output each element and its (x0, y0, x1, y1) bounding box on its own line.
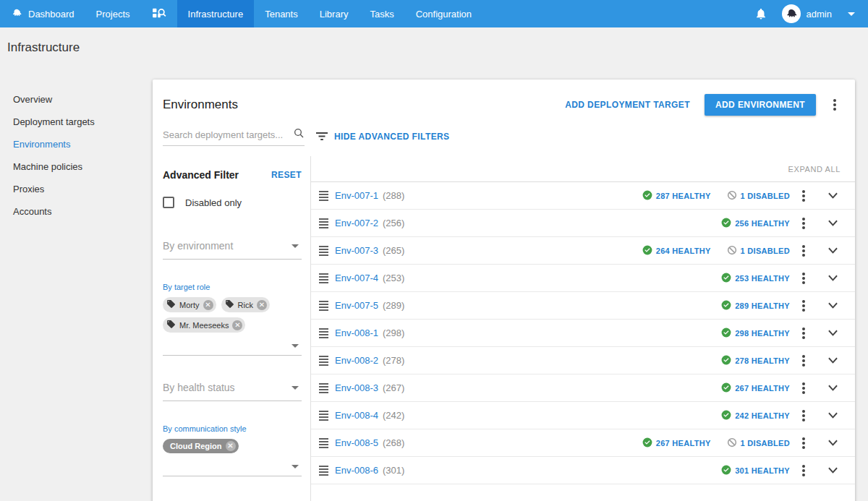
status-badges: 278 HEALTHY (721, 355, 790, 367)
environment-name-link[interactable]: Env-008-4 (335, 410, 378, 421)
add-deployment-target-button[interactable]: ADD DEPLOYMENT TARGET (565, 100, 690, 110)
environment-name-link[interactable]: Env-008-5 (335, 437, 378, 448)
environment-name-link[interactable]: Env-008-2 (335, 355, 378, 366)
chevron-down-icon (292, 465, 299, 468)
row-expand-chevron-icon[interactable] (817, 385, 848, 391)
status-badges: 253 HEALTHY (721, 273, 790, 284)
filter-select-by-health-status[interactable]: By health status (163, 379, 302, 401)
nav-item-library[interactable]: Library (309, 0, 359, 27)
chip-remove-icon[interactable]: ✕ (232, 320, 242, 330)
sidebar-item-overview[interactable]: Overview (0, 88, 153, 111)
row-overflow-menu-icon[interactable] (790, 187, 817, 205)
chip-remove-icon[interactable]: ✕ (203, 300, 213, 310)
healthy-status-badge: 264 HEALTHY (642, 245, 711, 257)
sidebar-item-accounts[interactable]: Accounts (0, 200, 153, 223)
row-expand-chevron-icon[interactable] (817, 275, 848, 281)
row-overflow-menu-icon[interactable] (790, 462, 817, 479)
row-overflow-menu-icon[interactable] (790, 215, 817, 232)
table-row: Env-007-1(288)287 HEALTHY1 DISABLED (311, 182, 855, 210)
row-expand-chevron-icon[interactable] (817, 467, 848, 474)
disabled-only-checkbox-row[interactable]: Disabled only (163, 197, 302, 208)
row-overflow-menu-icon[interactable] (790, 297, 817, 314)
environment-name-link[interactable]: Env-008-1 (335, 327, 378, 338)
tag-icon (225, 299, 234, 310)
filter-chip-rick[interactable]: Rick✕ (221, 297, 270, 312)
healthy-status-badge: 267 HEALTHY (721, 382, 790, 394)
kebab-icon (799, 462, 808, 479)
row-expand-chevron-icon[interactable] (817, 220, 848, 226)
nav-item-infrastructure[interactable]: Infrastructure (177, 0, 255, 27)
row-expand-chevron-icon[interactable] (817, 192, 848, 199)
filter-select-by-environment[interactable]: By environment (163, 237, 302, 260)
add-environment-button[interactable]: ADD ENVIRONMENT (705, 94, 816, 116)
row-overflow-menu-icon[interactable] (790, 380, 817, 397)
notifications-bell-icon[interactable] (754, 7, 767, 20)
sidebar-item-deployment-targets[interactable]: Deployment targets (0, 111, 153, 133)
healthy-status-label: 253 HEALTHY (735, 274, 790, 283)
environment-list-icon (319, 411, 328, 421)
disabled-only-checkbox[interactable] (163, 197, 174, 208)
sidebar-item-environments[interactable]: Environments (0, 133, 153, 155)
filter-chip-mr-meeseeks[interactable]: Mr. Meeseeks✕ (163, 317, 245, 333)
filter-chip-morty[interactable]: Morty✕ (163, 297, 216, 312)
search-input[interactable] (163, 129, 293, 140)
chevron-down-icon (292, 344, 299, 348)
chip-label: Rick (238, 301, 253, 309)
row-expand-chevron-icon[interactable] (817, 247, 848, 254)
disabled-status-label: 1 DISABLED (741, 439, 790, 448)
chip-remove-icon[interactable]: ✕ (257, 300, 267, 310)
row-overflow-menu-icon[interactable] (790, 352, 817, 369)
search-icon (293, 127, 305, 142)
table-header: EXPAND ALL (311, 156, 855, 182)
environments-card: Environments ADD DEPLOYMENT TARGET ADD E… (153, 80, 855, 501)
filter-chip-cloud-region[interactable]: Cloud Region✕ (163, 439, 239, 453)
environment-name-link[interactable]: Env-007-2 (335, 218, 378, 228)
nav-item-tasks[interactable]: Tasks (359, 0, 404, 27)
row-overflow-menu-icon[interactable] (790, 242, 817, 260)
row-expand-chevron-icon[interactable] (817, 357, 848, 364)
user-menu[interactable]: admin (782, 4, 855, 23)
expand-all-button[interactable]: EXPAND ALL (788, 165, 841, 174)
environment-name-link[interactable]: Env-007-3 (335, 245, 378, 256)
machine-count: (242) (383, 410, 404, 421)
chip-remove-icon[interactable]: ✕ (226, 441, 236, 451)
row-overflow-menu-icon[interactable] (790, 270, 817, 287)
table-row: Env-008-3(267)267 HEALTHY (311, 374, 855, 402)
nav-search[interactable] (141, 0, 177, 27)
environment-name-link[interactable]: Env-007-5 (335, 300, 378, 311)
kebab-icon (799, 434, 808, 452)
environment-name-link[interactable]: Env-007-1 (335, 190, 378, 201)
environment-name-link[interactable]: Env-008-6 (335, 465, 378, 476)
row-expand-chevron-icon[interactable] (817, 330, 848, 336)
row-overflow-menu-icon[interactable] (790, 407, 817, 424)
nav-item-configuration[interactable]: Configuration (405, 0, 482, 27)
healthy-status-badge: 267 HEALTHY (642, 437, 711, 449)
chips-select-caret-row[interactable] (163, 453, 302, 468)
reset-filters-button[interactable]: RESET (271, 170, 302, 180)
nav-item-projects[interactable]: Projects (85, 0, 141, 27)
nav-right: admin (754, 0, 868, 27)
chips-select-caret-row[interactable] (163, 333, 302, 348)
healthy-check-icon (642, 245, 652, 257)
row-overflow-menu-icon[interactable] (790, 434, 817, 452)
nav-item-label: Infrastructure (188, 9, 244, 20)
sidebar-item-proxies[interactable]: Proxies (0, 178, 153, 200)
sidebar-item-machine-policies[interactable]: Machine policies (0, 155, 153, 178)
environment-name-link[interactable]: Env-008-3 (335, 382, 378, 393)
hide-advanced-filters-toggle[interactable]: HIDE ADVANCED FILTERS (316, 131, 450, 143)
machine-count: (256) (383, 218, 404, 228)
environment-name-link[interactable]: Env-007-4 (335, 273, 378, 283)
card-overflow-menu-icon[interactable] (830, 96, 839, 114)
row-expand-chevron-icon[interactable] (817, 412, 848, 419)
user-name: admin (807, 9, 832, 20)
row-expand-chevron-icon[interactable] (817, 440, 848, 446)
nav-item-tenants[interactable]: Tenants (254, 0, 309, 27)
table-row: Env-007-2(256)256 HEALTHY (311, 210, 855, 237)
row-overflow-menu-icon[interactable] (790, 325, 817, 342)
row-expand-chevron-icon[interactable] (817, 302, 848, 309)
machine-count: (253) (383, 273, 404, 283)
kebab-icon (799, 380, 808, 397)
nav-item-dashboard[interactable]: Dashboard (0, 0, 85, 27)
environment-list-icon (319, 328, 328, 338)
table-row: Env-008-1(298)298 HEALTHY (311, 320, 855, 347)
